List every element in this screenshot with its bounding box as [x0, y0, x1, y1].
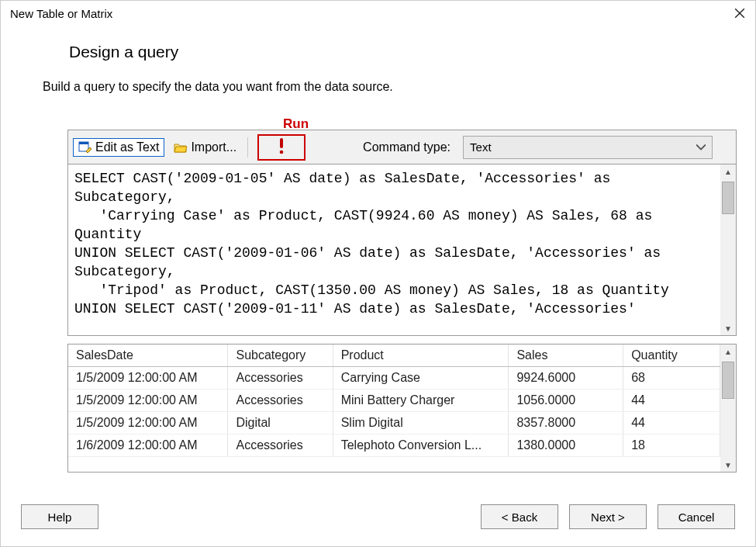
table-cell: Accessories — [228, 367, 333, 389]
scroll-up-icon[interactable]: ▲ — [720, 344, 736, 358]
col-header[interactable]: Sales — [509, 344, 623, 367]
scroll-down-icon[interactable]: ▼ — [720, 458, 736, 472]
table-cell: Slim Digital — [333, 412, 509, 434]
svg-point-5 — [280, 151, 284, 154]
table-cell: Digital — [228, 412, 333, 434]
page-description: Build a query to specify the data you wa… — [1, 61, 755, 94]
help-button[interactable]: Help — [21, 504, 98, 529]
chevron-down-icon — [696, 142, 706, 153]
window-title: New Table or Matrix — [10, 7, 732, 20]
table-cell: 8357.8000 — [509, 412, 623, 434]
edit-text-icon — [78, 140, 92, 154]
table-cell: Carrying Case — [333, 367, 509, 389]
exclamation-icon — [278, 137, 285, 157]
table-cell: 18 — [623, 434, 720, 457]
back-button[interactable]: < Back — [481, 504, 558, 529]
command-type-label: Command type: — [363, 140, 450, 154]
col-header[interactable]: Quantity — [623, 344, 720, 367]
table-cell: 1/5/2009 12:00:00 AM — [68, 367, 228, 389]
svg-rect-4 — [280, 138, 283, 148]
wizard-footer: Help < Back Next > Cancel — [1, 495, 755, 546]
import-button[interactable]: Import... — [169, 139, 241, 156]
table-cell: 1380.0000 — [509, 434, 623, 457]
table-cell: 9924.6000 — [509, 367, 623, 389]
sql-scrollbar[interactable]: ▲ ▼ — [720, 164, 736, 335]
query-toolbar: Edit as Text Import... Command type: Tex… — [67, 130, 737, 164]
page-heading: Design a query — [1, 24, 755, 61]
table-row[interactable]: 1/5/2009 12:00:00 AMAccessoriesCarrying … — [68, 367, 720, 389]
table-cell: 44 — [623, 389, 720, 412]
title-bar: New Table or Matrix — [1, 1, 755, 24]
table-row[interactable]: 1/5/2009 12:00:00 AMDigitalSlim Digital8… — [68, 412, 720, 434]
col-header[interactable]: Subcategory — [228, 344, 333, 367]
scroll-thumb[interactable] — [722, 182, 734, 214]
results-scrollbar[interactable]: ▲ ▼ — [720, 344, 736, 472]
table-row[interactable]: 1/6/2009 12:00:00 AMAccessoriesTelephoto… — [68, 434, 720, 457]
table-cell: Telephoto Conversion L... — [333, 434, 509, 457]
results-grid: SalesDate Subcategory Product Sales Quan… — [67, 344, 737, 473]
table-header-row: SalesDate Subcategory Product Sales Quan… — [68, 344, 720, 367]
next-button[interactable]: Next > — [569, 504, 647, 529]
toolbar-separator — [247, 137, 248, 158]
folder-open-icon — [174, 140, 188, 154]
scroll-thumb[interactable] — [722, 362, 734, 399]
edit-as-text-label: Edit as Text — [95, 140, 159, 154]
table-cell: 1/5/2009 12:00:00 AM — [68, 389, 228, 412]
table-cell: 44 — [623, 412, 720, 434]
run-annotation: Run — [283, 116, 309, 132]
close-icon[interactable] — [732, 5, 747, 21]
results-table: SalesDate Subcategory Product Sales Quan… — [68, 344, 720, 457]
table-cell: 68 — [623, 367, 720, 389]
import-label: Import... — [191, 140, 236, 154]
command-type-select[interactable]: Text — [463, 136, 713, 159]
col-header[interactable]: SalesDate — [68, 344, 228, 367]
sql-text: SELECT CAST('2009-01-05' AS date) as Sal… — [68, 164, 736, 323]
table-cell: Mini Battery Charger — [333, 389, 509, 412]
table-cell: 1056.0000 — [509, 389, 623, 412]
edit-as-text-button[interactable]: Edit as Text — [73, 138, 164, 157]
run-button[interactable] — [257, 134, 306, 161]
scroll-down-icon[interactable]: ▼ — [720, 321, 736, 335]
sql-editor[interactable]: SELECT CAST('2009-01-05' AS date) as Sal… — [67, 164, 737, 336]
table-cell: 1/6/2009 12:00:00 AM — [68, 434, 228, 457]
scroll-up-icon[interactable]: ▲ — [720, 164, 736, 178]
svg-rect-3 — [79, 142, 88, 144]
cancel-button[interactable]: Cancel — [658, 504, 735, 529]
table-cell: Accessories — [228, 389, 333, 412]
table-cell: 1/5/2009 12:00:00 AM — [68, 412, 228, 434]
command-type-value: Text — [470, 140, 492, 154]
table-row[interactable]: 1/5/2009 12:00:00 AMAccessoriesMini Batt… — [68, 389, 720, 412]
col-header[interactable]: Product — [333, 344, 509, 367]
table-cell: Accessories — [228, 434, 333, 457]
